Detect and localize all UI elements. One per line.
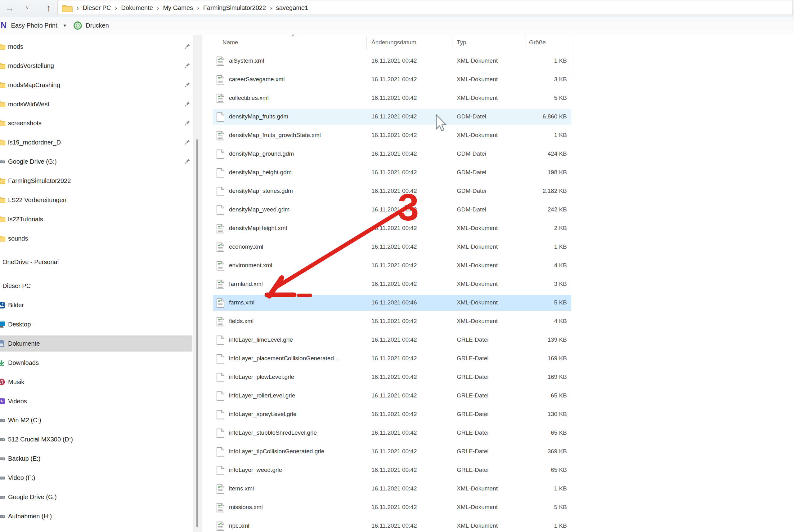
file-row-infolayer-stubbleshredlevel-grle[interactable]: infoLayer_stubbleShredLevel.grle16.11.20… xyxy=(213,425,571,441)
breadcrumb-item[interactable]: FarmingSimulator2022 xyxy=(203,4,266,11)
column-header-typ[interactable]: Typ xyxy=(457,39,466,46)
column-divider[interactable] xyxy=(452,36,453,50)
file-type: XML-Dokument xyxy=(457,299,498,306)
file-size: 169 KB xyxy=(520,374,567,380)
sidebar-item-farmingsimulator2022[interactable]: FarmingSimulator2022 xyxy=(0,173,192,189)
sidebar-item-musik[interactable]: Musik xyxy=(0,374,192,390)
file-size: 1 KB xyxy=(520,57,567,64)
file-row-infolayer-tipcollisiongenerated-grle[interactable]: infoLayer_tipCollisionGenerated.grle16.1… xyxy=(213,444,571,459)
sidebar-item-videos[interactable]: Videos xyxy=(0,393,192,409)
file-row-farmland-xml[interactable]: farmland.xml16.11.2021 00:42XML-Dokument… xyxy=(213,277,571,292)
sidebar-section-dieser-pc[interactable]: Dieser PC xyxy=(0,278,192,294)
file-type: GRLE-Datei xyxy=(457,448,488,455)
breadcrumb-item[interactable]: Dieser PC xyxy=(83,4,111,11)
blank-file-icon xyxy=(216,336,225,345)
drucken-button[interactable]: Drucken xyxy=(86,22,109,29)
file-size: 3 KB xyxy=(520,281,567,287)
sidebar-item-desktop[interactable]: Desktop xyxy=(0,316,192,332)
file-row-densitymap-stones-gdm[interactable]: densityMap_stones.gdm16.11.2021 00:42GDM… xyxy=(213,184,571,199)
column-header-gr-e[interactable]: Größe xyxy=(529,39,546,46)
sidebar-item-ls22-vorbereitungen[interactable]: LS22 Vorbereitungen xyxy=(0,192,192,208)
folder-icon xyxy=(0,215,5,223)
file-row-infolayer-limelevel-grle[interactable]: infoLayer_limeLevel.grle16.11.2021 00:42… xyxy=(213,332,571,348)
sidebar-item-ls22tutorials[interactable]: ls22Tutorials xyxy=(0,211,192,227)
column-divider[interactable] xyxy=(573,36,573,81)
file-row-missions-xml[interactable]: missions.xml16.11.2021 00:42XML-Dokument… xyxy=(213,500,571,515)
file-row-careersavegame-xml[interactable]: careerSavegame.xml16.11.2021 00:42XML-Do… xyxy=(213,72,571,88)
up-icon[interactable]: ↑ xyxy=(41,0,56,16)
music-icon xyxy=(0,378,5,386)
pictures-icon xyxy=(0,301,5,309)
file-size: 369 KB xyxy=(520,448,567,455)
file-row-infolayer-spraylevel-grle[interactable]: infoLayer_sprayLevel.grle16.11.2021 00:4… xyxy=(213,407,571,422)
column-divider[interactable] xyxy=(525,36,526,50)
file-row-densitymap-fruits-gdm[interactable]: densityMap_fruits.gdm16.11.2021 00:42GDM… xyxy=(213,109,571,125)
file-row-infolayer-plowlevel-grle[interactable]: infoLayer_plowLevel.grle16.11.2021 00:42… xyxy=(213,369,571,385)
file-row-economy-xml[interactable]: economy.xml16.11.2021 00:42XML-Dokument1… xyxy=(213,239,571,255)
sidebar-item-512-crucial-mx300-d-[interactable]: 512 Crucial MX300 (D:) xyxy=(0,431,192,448)
drive-icon xyxy=(0,474,5,481)
downloads-icon xyxy=(0,359,5,366)
file-row-densitymap-weed-gdm[interactable]: densityMap_weed.gdm16.11.2021 00:42GDM-D… xyxy=(213,202,571,217)
file-type: GRLE-Datei xyxy=(457,355,488,362)
sidebar-item-ls19-modordner-d[interactable]: ls19_modordner_D xyxy=(0,134,192,150)
sidebar-item-dokumente[interactable]: Dokumente xyxy=(0,336,192,352)
file-row-densitymap-height-gdm[interactable]: densityMap_height.gdm16.11.2021 00:42GDM… xyxy=(213,165,571,180)
file-row-aisystem-xml[interactable]: aiSystem.xml16.11.2021 00:42XML-Dokument… xyxy=(213,53,571,69)
sidebar-item-modsmapcrashing[interactable]: modsMapCrashing xyxy=(0,77,192,93)
sidebar-scrollbar-thumb[interactable] xyxy=(197,139,198,527)
file-row-fields-xml[interactable]: fields.xml16.11.2021 00:42XML-Dokument4 … xyxy=(213,314,571,329)
file-row-npc-xml[interactable]: npc.xml16.11.2021 00:42XML-Dokument1 KB xyxy=(213,518,571,532)
sidebar-item-label: Google Drive (G:) xyxy=(8,158,57,165)
sidebar-item-label: Dokumente xyxy=(8,340,40,347)
sidebar-item-win-m2-c-[interactable]: Win M2 (C:) xyxy=(0,412,192,428)
breadcrumb-item[interactable]: My Games xyxy=(163,4,193,11)
sidebar-item-modsvorstellung[interactable]: modsVorstellung xyxy=(0,58,192,74)
sidebar-item-sounds[interactable]: sounds xyxy=(0,230,192,246)
sidebar-item-google-drive-g-[interactable]: Google Drive (G:) xyxy=(0,489,192,505)
videos-icon xyxy=(0,397,5,405)
file-size: 1 KB xyxy=(520,485,567,492)
forward-icon[interactable]: → xyxy=(2,0,17,16)
column-header-name[interactable]: Name xyxy=(222,39,238,46)
file-row-environment-xml[interactable]: environment.xml16.11.2021 00:42XML-Dokum… xyxy=(213,258,571,273)
file-type: XML-Dokument xyxy=(457,262,498,269)
sidebar-section-onedrive-personal[interactable]: OneDrive - Personal xyxy=(0,254,192,270)
blank-file-icon xyxy=(216,187,225,196)
folder-icon xyxy=(0,138,5,146)
file-row-items-xml[interactable]: items.xml16.11.2021 00:42XML-Dokument1 K… xyxy=(213,481,571,497)
column-divider[interactable] xyxy=(366,36,367,50)
history-dropdown-icon[interactable]: ˅ xyxy=(22,0,33,16)
drive-icon xyxy=(0,455,5,462)
easy-photo-print-dropdown-icon[interactable]: ▼ xyxy=(63,23,67,28)
file-row-collectibles-xml[interactable]: collectibles.xml16.11.2021 00:42XML-Doku… xyxy=(213,91,571,106)
file-row-densitymap-ground-gdm[interactable]: densityMap_ground.gdm16.11.2021 00:42GDM… xyxy=(213,146,571,162)
breadcrumb-item[interactable]: Dokumente xyxy=(121,4,153,11)
address-bar[interactable]: ›Dieser PC›Dokumente›My Games›FarmingSim… xyxy=(57,1,793,15)
sidebar-item-aufnahmen-h-[interactable]: Aufnahmen (H:) xyxy=(0,508,192,524)
file-row-densitymap-fruits-growthstate-xml[interactable]: densityMap_fruits_growthState.xml16.11.2… xyxy=(213,128,571,143)
sidebar-item-downloads[interactable]: Downloads xyxy=(0,355,192,371)
easy-photo-print-button[interactable]: Easy Photo Print xyxy=(11,22,57,29)
sidebar-item-mods[interactable]: mods xyxy=(0,38,192,55)
sidebar-item-google-drive-g-[interactable]: Google Drive (G:) xyxy=(0,153,192,170)
sidebar-scrollbar-track[interactable] xyxy=(193,35,202,532)
sidebar-item-video-f-[interactable]: Video (F:) xyxy=(0,470,192,486)
sidebar-item-bilder[interactable]: Bilder xyxy=(0,297,192,313)
blank-file-icon xyxy=(216,149,225,159)
file-row-infolayer-placementcollisiongenerated-[interactable]: infoLayer_placementCollisionGenerated...… xyxy=(213,351,571,366)
file-row-infolayer-rollerlevel-grle[interactable]: infoLayer_rollerLevel.grle16.11.2021 00:… xyxy=(213,388,571,404)
sidebar-item-label: Backup (E:) xyxy=(8,455,40,462)
file-row-infolayer-weed-grle[interactable]: infoLayer_weed.grle16.11.2021 00:42GRLE-… xyxy=(213,462,571,478)
file-row-farms-xml[interactable]: farms.xml16.11.2021 00:46XML-Dokument5 K… xyxy=(213,295,571,311)
sidebar-item-modswildwest[interactable]: modsWildWest xyxy=(0,96,192,112)
file-date: 16.11.2021 00:42 xyxy=(371,57,417,64)
file-explorer-window: → ˅ ↑ ›Dieser PC›Dokumente›My Games›Farm… xyxy=(0,0,794,532)
file-row-densitymapheight-xml[interactable]: densityMapHeight.xml16.11.2021 00:42XML-… xyxy=(213,221,571,236)
file-date: 16.11.2021 00:42 xyxy=(371,485,417,492)
breadcrumb-item[interactable]: savegame1 xyxy=(276,4,308,11)
sidebar-item-backup-e-[interactable]: Backup (E:) xyxy=(0,451,192,467)
sidebar-item-screenshots[interactable]: screenshots xyxy=(0,115,192,131)
column-header--nderungsdatum[interactable]: Änderungsdatum xyxy=(371,39,417,46)
breadcrumb-separator-icon: › xyxy=(197,4,199,11)
